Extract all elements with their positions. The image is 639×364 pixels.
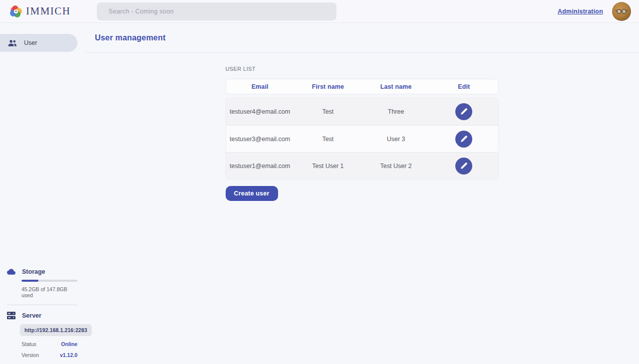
glasses-photo-icon bbox=[615, 5, 628, 18]
sidebar-item-label: User bbox=[24, 39, 37, 46]
users-icon bbox=[7, 39, 17, 47]
sidebar-item-user[interactable]: User bbox=[0, 34, 77, 52]
user-avatar[interactable] bbox=[612, 2, 631, 21]
server-url-badge: http://192.168.1.216:2283 bbox=[20, 324, 92, 336]
administration-link[interactable]: Administration bbox=[558, 8, 603, 15]
column-header-email: Email bbox=[226, 83, 294, 90]
user-list-label: USER LIST bbox=[226, 66, 499, 72]
user-first-name: Test bbox=[294, 136, 362, 143]
server-title: Server bbox=[22, 312, 41, 319]
storage-title: Storage bbox=[22, 268, 45, 275]
table-row: testuser3@email.com Test User 3 bbox=[226, 125, 498, 152]
server-status-label: Status bbox=[21, 341, 36, 347]
column-header-first-name: First name bbox=[294, 83, 362, 90]
column-header-last-name: Last name bbox=[362, 83, 430, 90]
search-bar bbox=[97, 2, 336, 20]
server-version-label: Version bbox=[21, 352, 39, 358]
server-section: Server http://192.168.1.216:2283 Status … bbox=[7, 305, 77, 358]
column-header-edit: Edit bbox=[430, 83, 498, 90]
page-title-bar: User management bbox=[85, 23, 639, 53]
user-first-name: Test bbox=[294, 108, 362, 115]
edit-user-button[interactable] bbox=[455, 131, 472, 148]
user-last-name: Three bbox=[362, 108, 430, 115]
table-row: testuser4@email.com Test Three bbox=[226, 98, 498, 125]
pencil-icon bbox=[460, 163, 467, 170]
create-user-button[interactable]: Create user bbox=[226, 186, 278, 201]
sidebar-footer: Storage 45.2GB of 147.8GB used bbox=[0, 268, 85, 364]
server-status-value: Online bbox=[61, 341, 77, 347]
user-last-name: User 3 bbox=[362, 136, 430, 143]
table-row: testuser1@email.com Test User 1 Test Use… bbox=[226, 152, 498, 179]
user-table: testuser4@email.com Test Three testuser3… bbox=[226, 98, 499, 180]
storage-progress-bar bbox=[21, 280, 77, 282]
cloud-icon bbox=[7, 269, 15, 275]
page-title: User management bbox=[95, 33, 166, 42]
server-version-value: v1.12.0 bbox=[60, 352, 77, 358]
user-table-header: Email First name Last name Edit bbox=[226, 79, 499, 94]
user-email: testuser3@email.com bbox=[226, 136, 294, 143]
edit-user-button[interactable] bbox=[455, 103, 472, 120]
immich-flower-icon: ✦ bbox=[10, 5, 22, 17]
storage-progress-fill bbox=[21, 280, 38, 282]
storage-section: Storage 45.2GB of 147.8GB used bbox=[7, 268, 77, 298]
main-content: User management USER LIST Email First na… bbox=[85, 23, 639, 364]
sidebar: User Storage 45.2GB of 147.8GB used bbox=[0, 23, 85, 364]
immich-logo[interactable]: ✦ IMMICH bbox=[10, 5, 71, 17]
user-first-name: Test User 1 bbox=[294, 163, 362, 170]
user-email: testuser1@email.com bbox=[226, 163, 294, 170]
user-email: testuser4@email.com bbox=[226, 108, 294, 115]
server-icon bbox=[7, 312, 15, 320]
pencil-icon bbox=[460, 136, 467, 143]
search-input[interactable] bbox=[97, 2, 336, 20]
pencil-icon bbox=[460, 108, 467, 115]
brand-name: IMMICH bbox=[26, 5, 71, 17]
storage-usage-text: 45.2GB of 147.8GB used bbox=[21, 286, 77, 298]
top-navbar: ✦ IMMICH Administration bbox=[0, 0, 639, 23]
user-last-name: Test User 2 bbox=[362, 163, 430, 170]
edit-user-button[interactable] bbox=[455, 158, 472, 175]
